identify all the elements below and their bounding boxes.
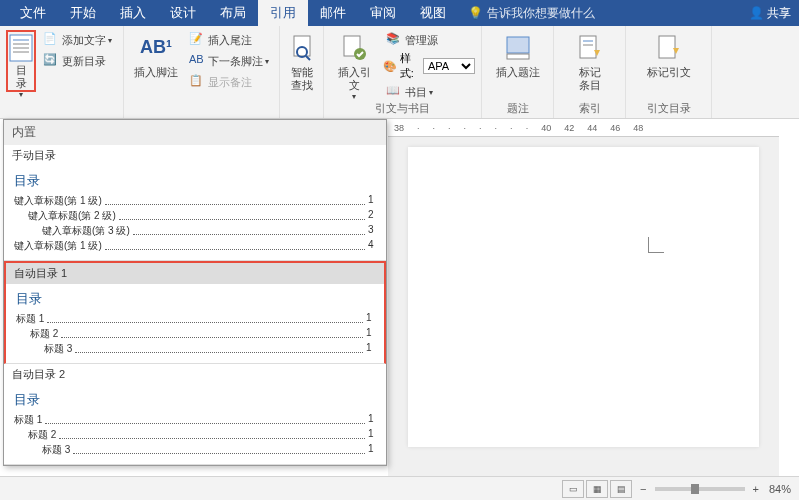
- citation-icon: [338, 32, 370, 64]
- toc-auto1-option[interactable]: 自动目录 1 目录 标题 11标题 21标题 31: [4, 261, 386, 364]
- toc-preview-line: 标题 11: [16, 312, 374, 326]
- footnote-icon: AB¹: [140, 32, 172, 64]
- group-index: 标记 条目 索引: [554, 26, 626, 118]
- zoom-out-button[interactable]: −: [640, 483, 646, 495]
- tab-design[interactable]: 设计: [158, 0, 208, 26]
- bibliography-button[interactable]: 📖书目▾: [383, 82, 475, 102]
- zoom-slider[interactable]: [655, 487, 745, 491]
- menu-tabs: 文件 开始 插入 设计 布局 引用 邮件 审阅 视图: [8, 0, 458, 26]
- citation-style-select[interactable]: 🎨 样式: APA: [383, 51, 475, 81]
- tab-layout[interactable]: 布局: [208, 0, 258, 26]
- lightbulb-icon: 💡: [468, 6, 483, 20]
- tell-me-search[interactable]: 💡 告诉我你想要做什么: [468, 5, 595, 22]
- horizontal-ruler[interactable]: 38········4042444648: [388, 119, 779, 137]
- update-icon: 🔄: [43, 53, 59, 69]
- group-label: 引文与书目: [324, 101, 481, 116]
- toc-manual-option[interactable]: 手动目录 目录 键入章标题(第 1 级)1键入章标题(第 2 级)2键入章标题(…: [4, 145, 386, 261]
- tab-home[interactable]: 开始: [58, 0, 108, 26]
- tab-view[interactable]: 视图: [408, 0, 458, 26]
- bibliography-icon: 📖: [386, 84, 402, 100]
- tab-mailings[interactable]: 邮件: [308, 0, 358, 26]
- toc-preview-line: 标题 31: [42, 443, 376, 457]
- show-notes-button: 📋显示备注: [186, 72, 272, 92]
- toc-icon: [5, 34, 37, 62]
- svg-rect-11: [507, 54, 529, 59]
- titlebar: 文件 开始 插入 设计 布局 引用 邮件 审阅 视图 💡 告诉我你想要做什么 👤…: [0, 0, 799, 26]
- toc-preview-line: 标题 11: [14, 413, 376, 427]
- insert-footnote-button[interactable]: AB¹ 插入脚注: [130, 30, 182, 93]
- toc-preview-line: 标题 21: [30, 327, 374, 341]
- ribbon: 目录 ▾ 📄 添加文字▾ 🔄 更新目录 AB¹ 插入脚注: [0, 26, 799, 119]
- smart-lookup-icon: [286, 32, 318, 64]
- smart-lookup-button[interactable]: 智能 查找: [286, 30, 317, 94]
- document-area: 38········4042444648: [388, 119, 779, 476]
- view-web-icon[interactable]: ▤: [610, 480, 632, 498]
- zoom-level[interactable]: 84%: [769, 483, 791, 495]
- document-page[interactable]: [408, 147, 759, 447]
- group-toa: 标记引文 引文目录: [626, 26, 712, 118]
- toc-preview-line: 标题 21: [28, 428, 376, 442]
- insert-caption-button[interactable]: 插入题注: [488, 30, 547, 81]
- tab-review[interactable]: 审阅: [358, 0, 408, 26]
- insert-endnote-button[interactable]: 📝插入尾注: [186, 30, 272, 50]
- svg-rect-12: [580, 36, 596, 58]
- group-research: 智能 查找: [280, 26, 324, 118]
- group-label: 引文目录: [626, 101, 711, 116]
- cursor-margin-icon: [648, 237, 664, 253]
- svg-rect-15: [659, 36, 675, 58]
- mark-citation-icon: [653, 32, 685, 64]
- group-label: 题注: [482, 101, 553, 116]
- chevron-down-icon: ▾: [19, 90, 23, 100]
- zoom-in-button[interactable]: +: [753, 483, 759, 495]
- next-footnote-icon: AB: [189, 53, 205, 69]
- manage-sources-icon: 📚: [386, 32, 402, 48]
- group-toc: 目录 ▾ 📄 添加文字▾ 🔄 更新目录: [0, 26, 124, 118]
- show-notes-icon: 📋: [189, 74, 205, 90]
- style-dropdown[interactable]: APA: [423, 58, 475, 74]
- next-footnote-button[interactable]: AB下一条脚注▾: [186, 51, 272, 71]
- insert-citation-button[interactable]: 插入引文 ▾: [330, 30, 379, 104]
- svg-rect-10: [507, 37, 529, 53]
- mark-citation-button[interactable]: 标记引文: [632, 30, 705, 81]
- endnote-icon: 📝: [189, 32, 205, 48]
- toc-button[interactable]: 目录 ▾: [6, 30, 36, 92]
- person-icon: 👤: [749, 6, 764, 20]
- manage-sources-button[interactable]: 📚管理源: [383, 30, 475, 50]
- mark-entry-button[interactable]: 标记 条目: [560, 30, 619, 94]
- group-footnotes: AB¹ 插入脚注 📝插入尾注 AB下一条脚注▾ 📋显示备注: [124, 26, 280, 118]
- toc-preview-line: 标题 31: [44, 342, 374, 356]
- mark-entry-icon: [574, 32, 606, 64]
- update-toc-button[interactable]: 🔄 更新目录: [40, 51, 115, 71]
- view-read-icon[interactable]: ▭: [562, 480, 584, 498]
- style-icon: 🎨: [383, 60, 398, 73]
- tab-insert[interactable]: 插入: [108, 0, 158, 26]
- caption-icon: [502, 32, 534, 64]
- group-label: 索引: [554, 101, 625, 116]
- toc-gallery-panel: 内置 手动目录 目录 键入章标题(第 1 级)1键入章标题(第 2 级)2键入章…: [3, 119, 387, 466]
- svg-line-7: [306, 56, 310, 60]
- toc-preview-line: 键入章标题(第 1 级)4: [14, 239, 376, 253]
- view-print-icon[interactable]: ▦: [586, 480, 608, 498]
- toc-preview-line: 键入章标题(第 2 级)2: [28, 209, 376, 223]
- status-bar: ▭ ▦ ▤ − + 84%: [0, 476, 799, 500]
- tab-file[interactable]: 文件: [8, 0, 58, 26]
- tab-references[interactable]: 引用: [258, 0, 308, 26]
- add-text-icon: 📄: [43, 32, 59, 48]
- toc-preview-line: 键入章标题(第 1 级)1: [14, 194, 376, 208]
- toc-preview-line: 键入章标题(第 3 级)3: [42, 224, 376, 238]
- toc-auto2-option[interactable]: 自动目录 2 目录 标题 11标题 21标题 31: [4, 364, 386, 465]
- toc-builtin-header: 内置: [4, 120, 386, 145]
- share-button[interactable]: 👤 共享: [749, 5, 791, 22]
- group-captions: 插入题注 题注: [482, 26, 554, 118]
- group-citations: 插入引文 ▾ 📚管理源 🎨 样式: APA 📖书目▾ 引文与书目: [324, 26, 482, 118]
- add-text-button[interactable]: 📄 添加文字▾: [40, 30, 115, 50]
